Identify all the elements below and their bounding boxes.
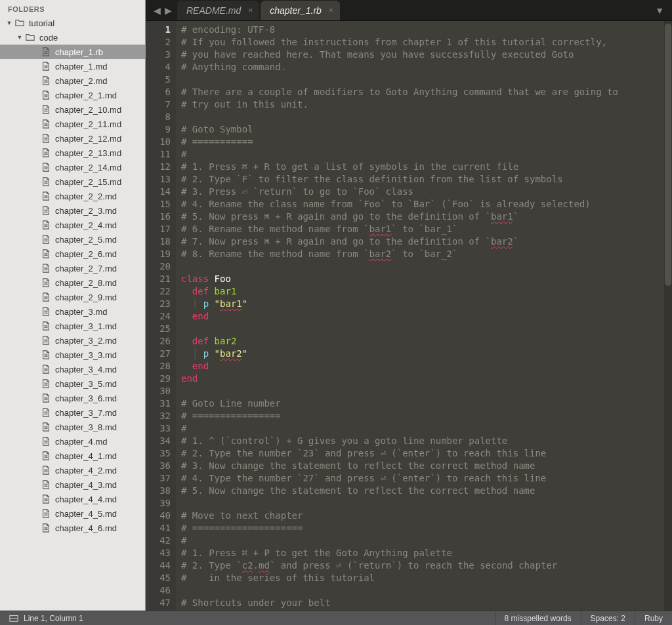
- code-line[interactable]: # 4. Rename the class name from `Foo` to…: [181, 198, 664, 211]
- code-line[interactable]: [181, 260, 664, 273]
- disclosure-icon[interactable]: ▼: [5, 19, 13, 27]
- code-line[interactable]: [181, 497, 664, 510]
- sidebar-file-chapter_2_7.md[interactable]: chapter_2_7.md: [0, 261, 145, 275]
- code-line[interactable]: # Goto Line number: [181, 397, 664, 410]
- code-line[interactable]: │ p "bar1": [181, 298, 664, 310]
- sidebar-file-chapter_3_8.md[interactable]: chapter_3_8.md: [0, 420, 145, 434]
- code-line[interactable]: # 8. Rename the method name from `bar2` …: [181, 248, 664, 260]
- panel-switcher[interactable]: Line 1, Column 1: [0, 611, 93, 625]
- code-line[interactable]: # ====================: [181, 522, 664, 534]
- code-line[interactable]: def bar1: [181, 285, 664, 298]
- code-line[interactable]: # encoding: UTF-8: [181, 24, 664, 36]
- sidebar-file-chapter_3_5.md[interactable]: chapter_3_5.md: [0, 376, 145, 391]
- code-line[interactable]: # 5. Now press ⌘ + R again and go to the…: [181, 211, 664, 223]
- code-line[interactable]: # 1. Press ⌘ + P to get the Goto Anythin…: [181, 547, 664, 559]
- sidebar-file-chapter_2_6.md[interactable]: chapter_2_6.md: [0, 247, 145, 261]
- sidebar-file-chapter_4_6.md[interactable]: chapter_4_6.md: [0, 521, 145, 535]
- code-line[interactable]: # Shortcuts under your belt: [181, 597, 664, 609]
- sidebar-file-chapter_1.md[interactable]: chapter_1.md: [0, 59, 145, 73]
- code-line[interactable]: class Foo: [181, 273, 664, 285]
- status-spell[interactable]: 8 misspelled words: [495, 611, 581, 625]
- sidebar-file-chapter_4_2.md[interactable]: chapter_4_2.md: [0, 463, 145, 477]
- code-line[interactable]: [181, 111, 664, 123]
- code-line[interactable]: [181, 584, 664, 597]
- code-line[interactable]: # 1. ^ (`control`) + G gives you a goto …: [181, 435, 664, 447]
- tab-README-md[interactable]: README.md×: [177, 1, 259, 20]
- code-line[interactable]: # in the series of this tutorial: [181, 572, 664, 584]
- code-line[interactable]: # 2. Type the number `23` and press ⏎ (`…: [181, 447, 664, 460]
- code-editor[interactable]: 1234567891011121314151617181920212223242…: [146, 21, 672, 611]
- code-line[interactable]: [181, 323, 664, 335]
- sidebar-file-chapter_2_10.md[interactable]: chapter_2_10.md: [0, 102, 145, 117]
- sidebar-file-chapter_3_1.md[interactable]: chapter_3_1.md: [0, 319, 145, 333]
- tab-overflow-icon[interactable]: ▼: [655, 5, 672, 16]
- code-line[interactable]: # ================: [181, 410, 664, 422]
- code-line[interactable]: def bar2: [181, 335, 664, 348]
- code-line[interactable]: # 2. Type `F` to filter the class defini…: [181, 173, 664, 186]
- code-line[interactable]: [181, 385, 664, 397]
- sidebar-folder-tutorial[interactable]: ▼tutorial: [0, 16, 145, 30]
- nav-forward-icon[interactable]: ▶: [165, 5, 172, 16]
- code-line[interactable]: # Goto Symbol: [181, 123, 664, 136]
- sidebar-file-chapter_2_1.md[interactable]: chapter_2_1.md: [0, 88, 145, 102]
- close-icon[interactable]: ×: [248, 5, 253, 15]
- line-number: 10: [154, 136, 171, 148]
- code-content[interactable]: # encoding: UTF-8# If you followed the i…: [176, 21, 664, 611]
- code-line[interactable]: # you have reached here. That means you …: [181, 49, 664, 61]
- code-line[interactable]: end: [181, 310, 664, 323]
- sidebar-file-chapter_2_14.md[interactable]: chapter_2_14.md: [0, 160, 145, 174]
- code-line[interactable]: [181, 73, 664, 86]
- sidebar-file-chapter_3_2.md[interactable]: chapter_3_2.md: [0, 333, 145, 348]
- sidebar-file-chapter_4.md[interactable]: chapter_4.md: [0, 434, 145, 449]
- sidebar-file-chapter_2_3.md[interactable]: chapter_2_3.md: [0, 203, 145, 218]
- sidebar-file-chapter_4_4.md[interactable]: chapter_4_4.md: [0, 492, 145, 506]
- code-line[interactable]: # 7. Now press ⌘ + R again and go to the…: [181, 235, 664, 248]
- code-line[interactable]: # There are a couple of modifiers to Got…: [181, 86, 664, 98]
- sidebar-file-chapter_4_3.md[interactable]: chapter_4_3.md: [0, 477, 145, 492]
- sidebar-file-chapter_2_2.md[interactable]: chapter_2_2.md: [0, 189, 145, 203]
- code-line[interactable]: # 5. Now change the statement to reflect…: [181, 485, 664, 497]
- sidebar-file-chapter_2_12.md[interactable]: chapter_2_12.md: [0, 131, 145, 146]
- status-indent[interactable]: Spaces: 2: [581, 611, 635, 625]
- code-line[interactable]: # If you followed the instructions from …: [181, 36, 664, 49]
- sidebar-file-chapter_1.rb[interactable]: chapter_1.rb: [0, 45, 145, 59]
- sidebar-file-chapter_2_15.md[interactable]: chapter_2_15.md: [0, 174, 145, 189]
- code-line[interactable]: # 2. Type `c2.md` and press ⏎ (`return`)…: [181, 559, 664, 572]
- sidebar-file-chapter_2_9.md[interactable]: chapter_2_9.md: [0, 290, 145, 304]
- sidebar-file-chapter_2_8.md[interactable]: chapter_2_8.md: [0, 275, 145, 290]
- code-line[interactable]: #: [181, 148, 664, 161]
- code-line[interactable]: # 1. Press ⌘ + R to get a list of symbol…: [181, 161, 664, 173]
- sidebar-file-chapter_2.md[interactable]: chapter_2.md: [0, 73, 145, 88]
- sidebar-file-chapter_3_6.md[interactable]: chapter_3_6.md: [0, 391, 145, 405]
- sidebar-file-chapter_3.md[interactable]: chapter_3.md: [0, 304, 145, 319]
- close-icon[interactable]: ×: [328, 5, 333, 15]
- sidebar-file-chapter_4_1.md[interactable]: chapter_4_1.md: [0, 449, 145, 463]
- code-line[interactable]: # Move to next chapter: [181, 510, 664, 522]
- sidebar-file-chapter_2_11.md[interactable]: chapter_2_11.md: [0, 117, 145, 131]
- sidebar-folder-code[interactable]: ▼code: [0, 30, 145, 45]
- code-line[interactable]: # 3. Now change the statement to reflect…: [181, 460, 664, 472]
- code-line[interactable]: # 4. Type the number `27` and press ⏎ (`…: [181, 472, 664, 485]
- code-line[interactable]: end: [181, 360, 664, 373]
- code-line[interactable]: #: [181, 534, 664, 547]
- code-line[interactable]: #: [181, 422, 664, 435]
- status-syntax[interactable]: Ruby: [635, 611, 672, 625]
- code-line[interactable]: end: [181, 373, 664, 385]
- sidebar-file-chapter_4_5.md[interactable]: chapter_4_5.md: [0, 506, 145, 521]
- code-line[interactable]: # 3. Press ⏎ `return` to go to `Foo` cla…: [181, 186, 664, 198]
- code-line[interactable]: │ p "bar2": [181, 348, 664, 360]
- sidebar-file-chapter_3_4.md[interactable]: chapter_3_4.md: [0, 362, 145, 376]
- sidebar-file-chapter_2_5.md[interactable]: chapter_2_5.md: [0, 232, 145, 247]
- code-line[interactable]: # 6. Rename the method name from `bar1` …: [181, 223, 664, 235]
- nav-back-icon[interactable]: ◀: [154, 5, 161, 16]
- sidebar-file-chapter_2_4.md[interactable]: chapter_2_4.md: [0, 218, 145, 232]
- sidebar-file-chapter_2_13.md[interactable]: chapter_2_13.md: [0, 146, 145, 160]
- tab-chapter_1-rb[interactable]: chapter_1.rb×: [261, 1, 340, 20]
- scrollbar[interactable]: [664, 21, 672, 611]
- code-line[interactable]: # Anything command.: [181, 61, 664, 73]
- disclosure-icon[interactable]: ▼: [16, 33, 24, 41]
- sidebar-file-chapter_3_3.md[interactable]: chapter_3_3.md: [0, 348, 145, 362]
- code-line[interactable]: # ===========: [181, 136, 664, 148]
- sidebar-file-chapter_3_7.md[interactable]: chapter_3_7.md: [0, 405, 145, 420]
- code-line[interactable]: # try out in this unit.: [181, 98, 664, 111]
